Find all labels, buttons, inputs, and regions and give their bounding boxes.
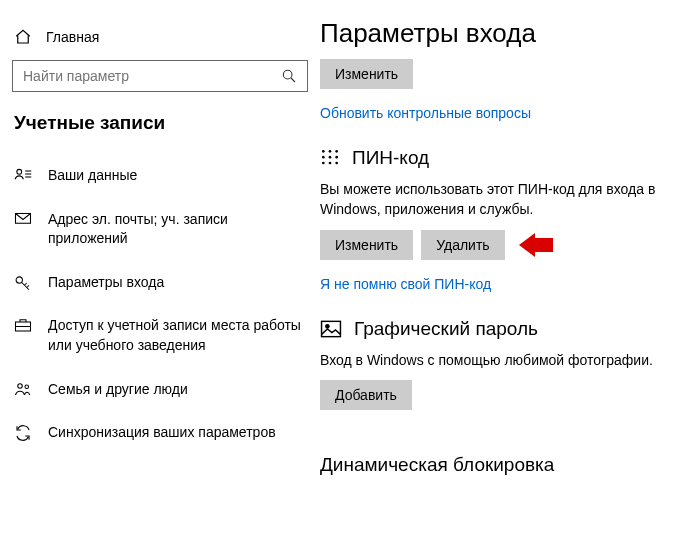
home-icon [14,28,32,46]
svg-point-22 [326,324,329,327]
svg-rect-21 [322,321,341,336]
dynamic-lock-header: Динамическая блокировка [320,454,700,476]
search-input[interactable] [23,68,281,84]
pin-section: ПИН-код Вы можете использовать этот ПИН-… [320,147,700,292]
page-title: Параметры входа [320,18,700,49]
settings-sidebar: Главная Учетные записи Ваши данные Адрес… [0,0,320,554]
briefcase-icon [14,316,32,333]
forgot-pin-link[interactable]: Я не помню свой ПИН-код [320,276,700,292]
sidebar-item-label: Синхронизация ваших параметров [48,423,276,443]
home-label: Главная [46,29,99,45]
picture-password-add-button[interactable]: Добавить [320,380,412,410]
sidebar-item-your-info[interactable]: Ваши данные [12,154,308,198]
svg-point-20 [335,162,338,165]
svg-line-1 [291,78,295,82]
main-content: Параметры входа Изменить Обновить контро… [320,0,700,554]
your-info-icon [14,166,32,181]
picture-password-description: Вход в Windows с помощью любимой фотогра… [320,350,660,370]
svg-point-12 [322,150,325,153]
sidebar-item-label: Семья и другие люди [48,380,188,400]
svg-point-18 [322,162,325,165]
sidebar-item-sync[interactable]: Синхронизация ваших параметров [12,411,308,455]
sidebar-item-family[interactable]: Семья и другие люди [12,368,308,412]
pin-change-button[interactable]: Изменить [320,230,413,260]
password-change-button[interactable]: Изменить [320,59,413,89]
svg-point-13 [329,150,332,153]
svg-point-2 [17,169,22,174]
picture-icon [320,320,342,338]
sidebar-item-label: Адрес эл. почты; уч. записи приложений [48,210,306,249]
svg-point-11 [25,385,29,389]
sidebar-item-email-accounts[interactable]: Адрес эл. почты; уч. записи приложений [12,198,308,261]
sidebar-item-work-access[interactable]: Доступ к учетной записи места работы или… [12,304,308,367]
picture-password-header: Графический пароль [354,318,538,340]
svg-point-19 [329,162,332,165]
email-icon [14,210,32,225]
svg-point-10 [18,383,23,388]
svg-point-7 [16,277,22,283]
svg-point-17 [335,156,338,159]
key-icon [14,273,32,292]
svg-point-0 [283,70,292,79]
sync-icon [14,423,32,442]
sidebar-section-title: Учетные записи [14,112,306,134]
sidebar-item-label: Ваши данные [48,166,137,186]
sidebar-item-label: Параметры входа [48,273,164,293]
search-input-container[interactable] [12,60,308,92]
pin-delete-button[interactable]: Удалить [421,230,504,260]
svg-point-14 [335,150,338,153]
pin-description: Вы можете использовать этот ПИН-код для … [320,179,660,220]
search-icon [281,68,297,84]
update-security-questions-link[interactable]: Обновить контрольные вопросы [320,105,700,121]
pin-header: ПИН-код [352,147,429,169]
people-icon [14,380,32,397]
svg-point-15 [322,156,325,159]
annotation-arrow-icon [519,233,553,257]
picture-password-section: Графический пароль Вход в Windows с помо… [320,318,700,410]
sidebar-item-home[interactable]: Главная [12,24,308,60]
sidebar-item-label: Доступ к учетной записи места работы или… [48,316,306,355]
svg-point-16 [329,156,332,159]
pin-keypad-icon [320,148,340,168]
sidebar-item-signin-options[interactable]: Параметры входа [12,261,308,305]
